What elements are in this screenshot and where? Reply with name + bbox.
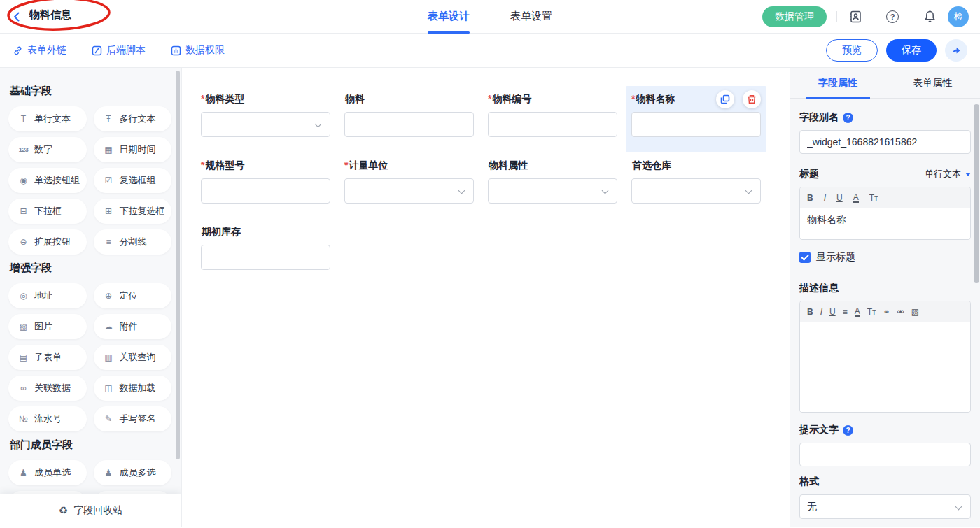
material-type-select[interactable]	[201, 112, 330, 137]
field-pill-divider[interactable]: ≡分割线	[94, 229, 172, 255]
section-title-enhanced-fields: 增强字段	[10, 262, 172, 275]
material-input[interactable]	[344, 112, 474, 137]
font-color-button[interactable]: A	[853, 193, 859, 203]
notification-bell-icon[interactable]	[921, 8, 938, 25]
underline-button[interactable]: U	[830, 308, 836, 316]
hint-text-input[interactable]	[799, 443, 971, 466]
field-pill-multi-dropdown[interactable]: ⊞下拉复选框	[94, 199, 172, 224]
back-button[interactable]	[11, 11, 22, 22]
italic-button[interactable]: I	[820, 308, 822, 316]
opening-stock-input[interactable]	[201, 245, 330, 270]
show-title-checkbox[interactable]: 显示标题	[799, 251, 971, 264]
unit-select[interactable]	[344, 178, 474, 204]
preview-button[interactable]: 预览	[826, 39, 878, 62]
field-pill-subform[interactable]: ▤子表单	[8, 345, 87, 370]
checkbox-checked-icon	[799, 252, 811, 263]
tab-form-design[interactable]: 表单设计	[428, 0, 470, 34]
delete-widget-button[interactable]	[743, 90, 761, 108]
field-pill-member-multi[interactable]: ♟成员多选	[94, 460, 172, 485]
widget-material[interactable]: 物料	[339, 86, 479, 152]
description-editor-content[interactable]	[800, 322, 970, 412]
tab-form-settings[interactable]: 表单设置	[510, 0, 552, 34]
widget-material-name-selected[interactable]: *物料名称	[626, 86, 766, 152]
material-attr-select[interactable]	[488, 178, 617, 204]
copy-widget-button[interactable]	[716, 90, 734, 108]
serial-number-icon: №	[18, 415, 29, 423]
calendar-icon: ▦	[103, 145, 115, 154]
material-code-input[interactable]	[488, 112, 617, 137]
field-recycle-bin[interactable]: ♻ 字段回收站	[0, 494, 181, 527]
preferred-warehouse-select[interactable]	[631, 178, 761, 204]
trash-icon	[747, 94, 757, 104]
field-pill-number[interactable]: 123数字	[8, 137, 87, 162]
tab-field-properties[interactable]: 字段属性	[790, 68, 886, 98]
field-pill-checkbox-group[interactable]: ☑复选框组	[94, 168, 172, 193]
font-size-button[interactable]: Tт	[869, 194, 878, 202]
widget-spec-model[interactable]: *规格型号	[195, 152, 336, 219]
field-library-sidebar: 基础字段 T单行文本 Ŧ多行文本 123数字 ▦日期时间 ◉单选按钮组 ☑复选框…	[0, 68, 182, 527]
underline-button[interactable]: U	[836, 194, 843, 202]
spec-model-input[interactable]	[201, 178, 330, 204]
user-avatar[interactable]: 检	[948, 6, 969, 27]
align-button[interactable]: ≡	[843, 308, 848, 316]
form-external-link[interactable]: 表单外链	[13, 44, 66, 57]
title-editor-content[interactable]: 物料名称	[800, 208, 970, 239]
field-pill-member-single[interactable]: ♟成员单选	[8, 460, 87, 485]
sidebar-scrollbar[interactable]	[176, 71, 180, 459]
bold-button[interactable]: B	[807, 194, 813, 202]
location-icon: ⊕	[103, 292, 115, 300]
page-title[interactable]: 物料信息	[29, 8, 71, 24]
field-alias-input[interactable]	[799, 130, 971, 154]
field-pill-radio-group[interactable]: ◉单选按钮组	[8, 168, 87, 193]
number-icon: 123	[18, 147, 29, 153]
widget-opening-stock[interactable]: 期初库存	[195, 219, 336, 285]
data-load-icon: ◫	[103, 384, 115, 392]
help-icon[interactable]: ?	[884, 8, 901, 25]
widget-preferred-warehouse[interactable]: 首选仓库	[626, 152, 766, 219]
panel-scrollbar[interactable]	[974, 104, 979, 283]
permission-chart-icon	[171, 45, 181, 56]
insert-image-icon[interactable]: ▧	[911, 308, 919, 316]
material-name-input[interactable]	[631, 112, 761, 137]
field-pill-serial-number[interactable]: №流水号	[8, 406, 87, 431]
field-pill-attachment[interactable]: ☁附件	[94, 314, 172, 339]
tab-form-properties[interactable]: 表单属性	[886, 68, 980, 98]
bold-button[interactable]: B	[807, 308, 813, 316]
copy-icon	[720, 94, 730, 104]
share-button[interactable]	[945, 39, 967, 62]
field-pill-image[interactable]: ▧图片	[8, 314, 87, 339]
field-pill-extend-button[interactable]: ⊖扩展按钮	[8, 229, 87, 255]
save-button[interactable]: 保存	[886, 39, 937, 62]
font-size-button[interactable]: Tт	[867, 308, 876, 316]
remove-link-icon[interactable]: ⚮	[897, 308, 904, 316]
field-pill-multi-line-text[interactable]: Ŧ多行文本	[94, 106, 172, 131]
chevron-down-icon	[746, 187, 752, 194]
widget-material-type[interactable]: *物料类型	[195, 86, 336, 152]
field-type-dropdown[interactable]: 单行文本	[925, 168, 971, 180]
widget-unit[interactable]: *计量单位	[339, 152, 479, 219]
widget-material-attr[interactable]: 物料属性	[482, 152, 623, 219]
data-manage-button[interactable]: 数据管理	[762, 6, 827, 27]
widget-material-code[interactable]: *物料编号	[482, 86, 623, 152]
backend-script-link[interactable]: 后端脚本	[92, 44, 146, 57]
form-canvas[interactable]: *物料类型 物料 *物料编号 *物料名称	[182, 68, 790, 527]
field-pill-linked-query[interactable]: ▥关联查询	[94, 345, 172, 370]
field-pill-linked-data[interactable]: ∞关联数据	[8, 376, 87, 401]
format-select[interactable]: 无	[799, 494, 971, 519]
field-pill-location[interactable]: ⊕定位	[94, 283, 172, 308]
link-icon	[13, 45, 23, 56]
data-permission-link[interactable]: 数据权限	[171, 44, 225, 57]
multi-line-text-icon: Ŧ	[103, 115, 115, 123]
help-icon[interactable]: ?	[843, 425, 853, 436]
italic-button[interactable]: I	[824, 194, 826, 202]
field-pill-address[interactable]: ◎地址	[8, 283, 87, 308]
field-pill-dropdown[interactable]: ⊟下拉框	[8, 199, 87, 224]
insert-link-icon[interactable]: ⚭	[883, 308, 890, 316]
contacts-icon[interactable]	[847, 8, 864, 25]
field-pill-single-line-text[interactable]: T单行文本	[8, 106, 87, 131]
field-pill-data-load[interactable]: ◫数据加载	[94, 376, 172, 401]
font-color-button[interactable]: A	[855, 307, 860, 317]
field-pill-datetime[interactable]: ▦日期时间	[94, 137, 172, 162]
help-icon[interactable]: ?	[843, 113, 853, 123]
field-pill-signature[interactable]: ✎手写签名	[94, 406, 172, 431]
